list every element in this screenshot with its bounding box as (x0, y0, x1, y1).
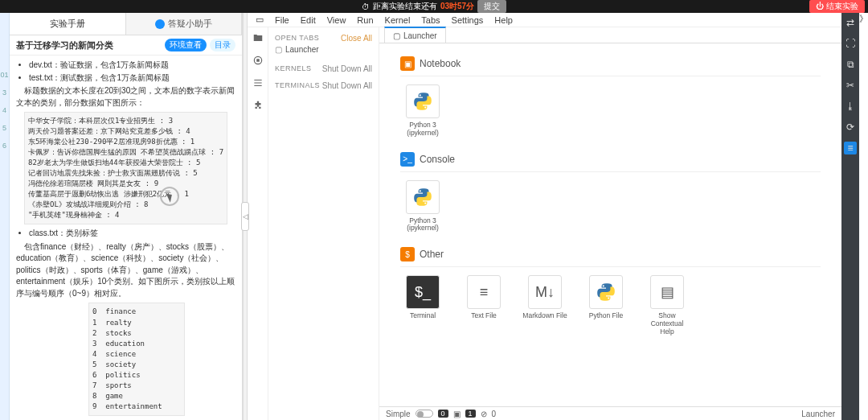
activity-bar (248, 27, 268, 420)
fullscreen-icon[interactable]: ⛶ (844, 37, 857, 50)
console-section-title: Console (420, 154, 455, 165)
status-count: 0 (438, 410, 448, 418)
menu-edit[interactable]: Edit (301, 15, 316, 25)
menu-settings[interactable]: Settings (452, 15, 484, 25)
collapse-handle[interactable]: ◁ (241, 202, 249, 231)
notebook-section-title: Notebook (420, 58, 461, 69)
cut-icon[interactable]: ✂ (844, 79, 857, 92)
folder-icon[interactable] (252, 32, 264, 43)
status-icon: ⊘ (481, 410, 487, 418)
status-icon: ▣ (453, 410, 461, 418)
text-file-icon: ≡ (467, 275, 501, 309)
card-label: Terminal (400, 312, 445, 320)
menu-kernel[interactable]: Kernel (385, 15, 411, 25)
python-icon (589, 275, 623, 309)
launcher-tab-icon: ▢ (393, 31, 400, 40)
shutdown-terminals-button[interactable]: Shut Down All (322, 81, 372, 90)
paragraph: 标题数据的文本长度在20到30之间，文本后的数字表示新闻文本的类别，部分数据如下… (16, 85, 235, 109)
menu-view[interactable]: View (327, 15, 346, 25)
launcher-panel: ▣Notebook Python 3 (ipykernel) >_Console (379, 43, 841, 406)
status-bar: Simple 0 ▣ 1 ⊘ 0 Launcher (379, 406, 841, 420)
textfile-card[interactable]: ≡ Text File (461, 275, 506, 336)
pythonfile-card[interactable]: Python File (583, 275, 628, 336)
card-label: Show Contextual Help (645, 312, 690, 336)
notebook-python3-card[interactable]: Python 3 (ipykernel) (400, 84, 445, 138)
console-python3-card[interactable]: Python 3 (ipykernel) (400, 180, 445, 233)
assistant-icon (155, 19, 165, 29)
code-sample-2: 0 finance 1 realty 2 stocks 3 education … (88, 303, 185, 415)
simple-toggle[interactable] (416, 410, 433, 418)
tab-manual[interactable]: 实验手册 (10, 13, 126, 35)
menu-tabs[interactable]: Tabs (421, 15, 440, 25)
env-view-button[interactable]: 环境查看 (165, 39, 207, 51)
paragraph: 包含finance（财经）、realty（房产）、stocks（股票）、educ… (16, 241, 235, 300)
kernels-label: KERNELS (275, 64, 312, 73)
doc-body[interactable]: dev.txt：验证数据，包含1万条新闻标题 test.txt：测试数据，包含1… (10, 56, 242, 420)
svg-point-4 (420, 190, 421, 191)
tab-launcher[interactable]: ▢Launcher (384, 27, 446, 43)
toggle-icon[interactable]: ≡ (844, 142, 857, 154)
svg-rect-1 (256, 59, 260, 62)
toc-icon[interactable] (252, 77, 264, 89)
left-gutter: 01 3 4 5 6 (0, 13, 10, 420)
launcher-icon: ▢ (275, 45, 282, 54)
simple-label: Simple (386, 410, 411, 418)
contextual-help-card[interactable]: ▤ Show Contextual Help (645, 275, 690, 336)
svg-point-3 (424, 107, 426, 109)
right-toolbar: ⇄ ⛶ ⧉ ✂ ⭳ ⟳ ≡ (841, 13, 859, 420)
open-tab-item[interactable]: ▢Launcher (275, 43, 372, 56)
other-section-title: Other (420, 249, 444, 260)
menu-run[interactable]: Run (357, 15, 373, 25)
countdown-time: 03时57分 (440, 1, 474, 12)
python-icon (406, 180, 440, 214)
extension-icon[interactable] (252, 100, 264, 111)
end-experiment-button[interactable]: ⏻ 结束实验 (809, 0, 865, 13)
menu-help[interactable]: Help (494, 15, 513, 25)
copy-icon[interactable]: ⧉ (844, 58, 857, 71)
markdown-icon: M↓ (528, 275, 562, 309)
status-count: 0 (492, 410, 497, 418)
refresh-icon[interactable]: ⟳ (844, 121, 857, 134)
top-bar: ⏱ 距离实验结束还有 03时57分 提交 ⏻ 结束实验 (0, 0, 868, 13)
tab-assistant[interactable]: 答疑小助手 (126, 13, 243, 35)
svg-point-5 (424, 202, 426, 204)
menu-bar: ▭ File Edit View Run Kernel Tabs Setting… (248, 13, 841, 27)
terminals-label: TERMINALS (275, 81, 320, 90)
running-icon[interactable] (252, 55, 264, 66)
panel-resizer[interactable]: ◁ (243, 13, 248, 420)
help-icon: ▤ (650, 275, 684, 309)
terminal-card[interactable]: $_ Terminal (400, 275, 445, 336)
doc-title: 基于迁移学习的新闻分类 (16, 39, 113, 51)
list-item: test.txt：测试数据，包含1万条新闻标题 (29, 72, 235, 84)
toc-button[interactable]: 目录 (210, 39, 235, 51)
jupyterlab: ▭ File Edit View Run Kernel Tabs Setting… (248, 13, 841, 420)
list-item: class.txt：类别标签 (29, 228, 235, 240)
card-label: Python File (583, 312, 628, 320)
card-label: Python 3 (ipykernel) (400, 217, 445, 233)
menu-file[interactable]: File (275, 15, 289, 25)
markdown-card[interactable]: M↓ Markdown File (522, 275, 567, 336)
running-sidebar: OPEN TABSClose All ▢Launcher KERNELSShut… (268, 27, 379, 420)
clock-icon: ⏱ (362, 2, 370, 11)
svg-point-7 (608, 298, 609, 299)
close-all-button[interactable]: Close All (341, 34, 372, 43)
code-sample-1: 中华女子学院：本科层次仅1专业招男生 : 3 两天价习题答案还差：京下网站究竟差… (24, 112, 227, 224)
save-icon[interactable]: ▭ (256, 14, 264, 25)
submit-button[interactable]: 提交 (477, 0, 506, 13)
download-icon[interactable]: ⭳ (844, 100, 857, 113)
shutdown-kernels-button[interactable]: Shut Down All (322, 64, 372, 73)
right-collapse-handle[interactable]: 》 (859, 13, 868, 420)
card-label: Python 3 (ipykernel) (400, 121, 445, 138)
notebook-section-icon: ▣ (400, 56, 415, 71)
left-doc-panel: 实验手册 答疑小助手 基于迁移学习的新闻分类 环境查看 目录 dev.txt：验… (10, 13, 243, 420)
swap-icon[interactable]: ⇄ (844, 16, 857, 29)
svg-point-2 (420, 94, 421, 96)
other-section-icon: $ (400, 247, 415, 261)
console-section-icon: >_ (400, 152, 415, 167)
status-right: Launcher (801, 410, 835, 418)
open-tabs-label: OPEN TABS (275, 34, 319, 43)
countdown-prefix: 距离实验结束还有 (373, 1, 437, 12)
svg-point-6 (603, 285, 604, 286)
card-label: Text File (461, 312, 506, 320)
terminal-icon: $_ (406, 275, 440, 309)
